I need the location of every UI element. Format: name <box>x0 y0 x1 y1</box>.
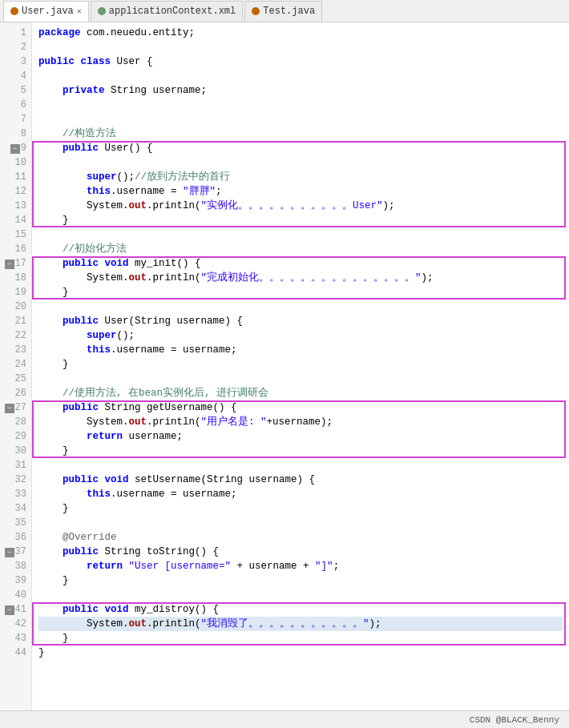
line-num-4: 4 <box>10 69 26 83</box>
line-num-37: −37 <box>5 545 26 559</box>
line-num-34: 34 <box>10 501 26 516</box>
tab-label-user: User.java <box>22 6 74 17</box>
code-content[interactable]: package com.neuedu.entity; public class … <box>32 22 569 710</box>
code-line-7 <box>38 112 563 127</box>
token: package <box>38 27 81 38</box>
tab-label-test: Test.java <box>263 6 315 17</box>
token: com.neuedu.entity; <box>81 27 196 38</box>
token: this <box>87 186 111 197</box>
token: setUsername(String username) { <box>129 474 316 485</box>
code-line-42: System.out.println("我消毁了。。。。。。。。。。。"); <box>38 617 563 631</box>
token: private <box>63 85 105 96</box>
token <box>38 85 63 96</box>
line-num-12: 12 <box>10 184 26 199</box>
token: ; <box>333 561 340 572</box>
tab-test-java[interactable]: Test.java <box>244 1 322 22</box>
code-line-8: //构造方法 <box>38 127 563 141</box>
code-line-34: } <box>38 501 563 516</box>
token: my_distroy() { <box>129 604 220 615</box>
token: //使用方法, 在bean实例化后, 进行调研会 <box>63 388 268 399</box>
line-num-31: 31 <box>10 458 26 473</box>
line-num-36: 36 <box>10 530 26 545</box>
fold-icon-37[interactable]: − <box>5 548 14 557</box>
token: out <box>129 618 147 629</box>
line-num-1: 1 <box>10 26 26 40</box>
fold-icon-27[interactable]: − <box>5 404 14 413</box>
token: out <box>129 200 147 211</box>
token: public <box>63 258 99 269</box>
line-num-5: 5 <box>10 83 26 98</box>
token: ln( <box>183 618 201 629</box>
fold-icon-9[interactable]: − <box>10 144 20 154</box>
token: .username = username; <box>111 344 237 356</box>
token <box>38 344 87 356</box>
token <box>38 316 63 327</box>
token: public <box>63 402 99 413</box>
token: .println( <box>147 272 201 284</box>
token: } <box>38 503 69 514</box>
token: } <box>38 287 69 298</box>
fold-icon-41[interactable]: − <box>5 605 14 615</box>
code-line-26: //使用方法, 在bean实例化后, 进行调研会 <box>38 386 563 400</box>
token <box>38 128 63 139</box>
token <box>75 56 81 67</box>
editor-container: User.java ✕ applicationContext.xml Test.… <box>0 0 569 728</box>
token <box>38 604 63 615</box>
token: this <box>87 489 111 500</box>
code-line-33: this.username = username; <box>38 487 563 501</box>
token: User() { <box>99 143 153 154</box>
token: //初始化方法 <box>63 243 127 255</box>
code-line-13: System.out.println("实例化。。。。。。。。。。。User")… <box>38 199 563 213</box>
tab-label-ctx: applicationContext.xml <box>109 6 236 17</box>
code-line-5: private String username; <box>38 83 563 98</box>
code-line-23: this.username = username; <box>38 343 563 357</box>
token: + username + <box>231 561 315 572</box>
token: @Override <box>38 532 117 543</box>
line-num-44: 44 <box>10 646 26 660</box>
token: public <box>63 143 99 154</box>
line-num-15: 15 <box>10 227 26 242</box>
code-line-28: System.out.println("用户名是: "+username); <box>38 415 563 429</box>
line-num-14: 14 <box>10 213 26 227</box>
line-num-29: 29 <box>10 429 26 444</box>
token: "实例化。。。。。。。。。。。User" <box>201 200 383 211</box>
code-line-31 <box>38 458 563 473</box>
token: "完成初始化。。。。。。。。。。。。。。。" <box>201 272 422 284</box>
line-num-7: 7 <box>10 112 26 127</box>
code-line-24: } <box>38 357 563 372</box>
token: System. <box>38 618 129 629</box>
token: .println( <box>147 200 201 211</box>
token <box>38 186 87 197</box>
token: String toString() { <box>99 546 219 557</box>
token: //构造方法 <box>63 128 116 139</box>
line-num-6: 6 <box>10 98 26 112</box>
line-num-40: 40 <box>10 588 26 602</box>
token <box>38 243 63 255</box>
line-num-28: 28 <box>10 415 26 429</box>
token: out <box>129 416 147 428</box>
line-num-25: 25 <box>10 372 26 386</box>
token <box>38 489 87 500</box>
tab-app-ctx[interactable]: applicationContext.xml <box>91 1 243 22</box>
token: } <box>38 647 45 658</box>
token <box>38 171 87 183</box>
code-line-20 <box>38 300 563 314</box>
token: public <box>38 56 75 67</box>
token: ); <box>383 200 395 211</box>
token: public <box>63 316 99 327</box>
code-line-30: } <box>38 444 563 458</box>
line-num-42: 42 <box>10 617 26 631</box>
line-num-41: −41 <box>5 602 26 617</box>
code-line-25 <box>38 372 563 386</box>
fold-icon-17[interactable]: − <box>5 259 14 269</box>
line-num-23: 23 <box>10 343 26 357</box>
code-line-12: this.username = "胖胖"; <box>38 184 563 199</box>
xml-icon <box>98 7 106 15</box>
token: +username); <box>267 416 333 428</box>
code-line-21: public User(String username) { <box>38 314 563 328</box>
line-num-19: 19 <box>10 285 26 300</box>
code-line-37: public String toString() { <box>38 545 563 559</box>
token: "我消毁了。。。。。。。。。。。" <box>201 618 369 629</box>
tab-close-user[interactable]: ✕ <box>77 6 82 16</box>
tab-user-java[interactable]: User.java ✕ <box>3 1 89 22</box>
